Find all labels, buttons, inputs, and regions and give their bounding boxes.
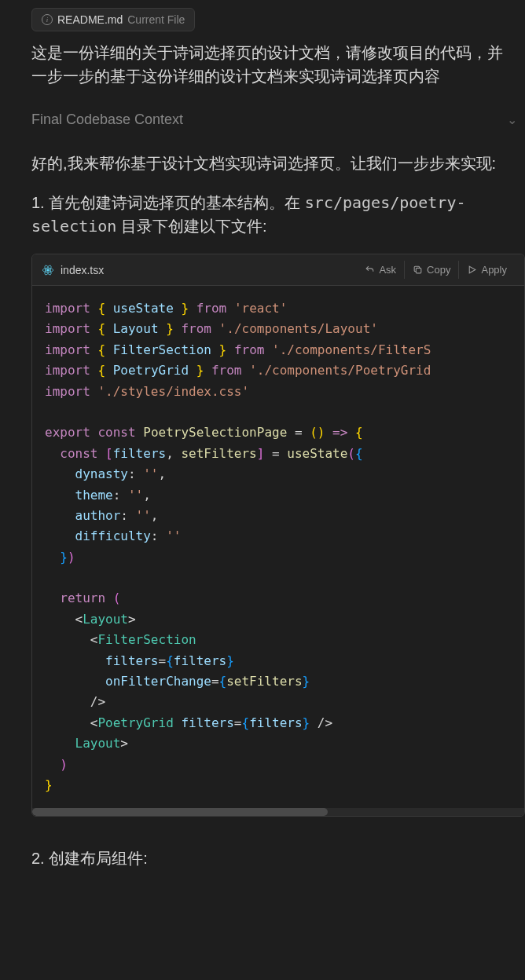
context-header-label: Final Codebase Context — [31, 112, 183, 128]
assistant-intro: 好的,我来帮你基于设计文档实现诗词选择页。让我们一步步来实现: — [31, 152, 525, 175]
assistant-step-1: 1. 首先创建诗词选择页的基本结构。在 src/pages/poetry-sel… — [31, 191, 525, 238]
file-chip-name: README.md — [57, 13, 123, 26]
chevron-down-icon: ⌄ — [507, 112, 517, 127]
copy-button[interactable]: Copy — [404, 261, 458, 279]
info-icon: i — [42, 14, 53, 25]
apply-button[interactable]: Apply — [458, 261, 515, 279]
play-icon — [467, 265, 477, 275]
horizontal-scrollbar[interactable] — [32, 808, 524, 816]
assistant-step-2: 2. 创建布局组件: — [31, 848, 525, 869]
copy-label: Copy — [427, 264, 450, 276]
ask-label: Ask — [379, 264, 396, 276]
scrollbar-thumb[interactable] — [32, 808, 328, 816]
step1-prefix: 1. 首先创建诗词选择页的基本结构。在 — [31, 194, 305, 211]
copy-icon — [413, 265, 423, 275]
context-header[interactable]: Final Codebase Context ⌄ — [31, 112, 525, 128]
reply-icon — [365, 265, 375, 275]
code-header-left: index.tsx — [42, 264, 357, 276]
react-icon — [42, 264, 54, 276]
code-filename: index.tsx — [61, 264, 104, 276]
code-content[interactable]: import { useState } from 'react' import … — [32, 286, 524, 808]
user-message: 这是一份详细的关于诗词选择页的设计文档，请修改项目的代码，并一步一步的基于这份详… — [31, 41, 525, 88]
ask-button[interactable]: Ask — [357, 261, 404, 279]
step1-suffix: 目录下创建以下文件: — [116, 218, 266, 235]
code-block: index.tsx Ask Copy Apply import { useSta… — [31, 254, 525, 817]
apply-label: Apply — [481, 264, 507, 276]
svg-rect-4 — [416, 268, 421, 273]
file-chip-badge: Current File — [127, 13, 185, 26]
file-chip[interactable]: i README.md Current File — [31, 8, 195, 31]
code-block-header: index.tsx Ask Copy Apply — [32, 254, 524, 286]
svg-marker-5 — [470, 266, 476, 273]
code-actions: Ask Copy Apply — [357, 261, 515, 279]
svg-point-0 — [47, 269, 50, 271]
